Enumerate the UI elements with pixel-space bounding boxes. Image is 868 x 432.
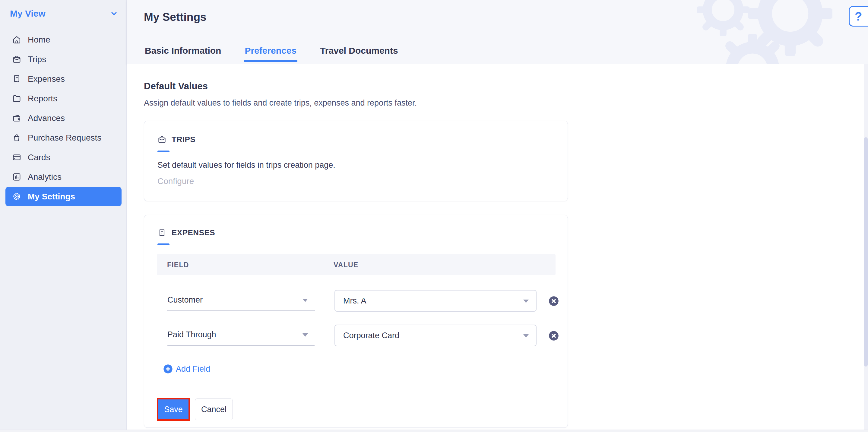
tab-basic-information[interactable]: Basic Information — [144, 41, 222, 62]
settings-tabs: Basic Information Preferences Travel Doc… — [144, 41, 399, 64]
preferences-content: Default Values Assign default values to … — [127, 64, 864, 430]
workspace-label: My View — [10, 8, 45, 19]
shopping-bag-icon — [12, 133, 22, 143]
workspace-selector[interactable]: My View — [10, 7, 119, 21]
wallet-icon — [12, 114, 22, 123]
save-annotation-highlight: Save — [157, 398, 190, 421]
value-select-value: Mrs. A — [335, 296, 367, 306]
add-field-label: Add Field — [176, 364, 210, 374]
sidebar-item-label: Advances — [28, 114, 65, 123]
configure-link[interactable]: Configure — [157, 177, 194, 186]
caret-down-icon — [303, 299, 308, 302]
question-mark-icon: ? — [855, 10, 862, 23]
section-description: Assign default values to fields and crea… — [144, 98, 417, 108]
trips-card-title: TRIPS — [172, 135, 195, 144]
accent-bar — [157, 151, 169, 152]
bar-chart-icon — [12, 172, 22, 182]
add-field-button[interactable]: Add Field — [163, 364, 210, 374]
page-header: My Settings Basic Information Preference… — [127, 0, 868, 64]
briefcase-icon — [12, 55, 22, 64]
caret-down-icon — [523, 334, 529, 338]
expenses-card-title: EXPENSES — [172, 228, 215, 238]
sidebar-item-label: Home — [28, 35, 50, 44]
tab-preferences[interactable]: Preferences — [244, 41, 298, 62]
divider — [157, 387, 556, 388]
caret-down-icon — [303, 333, 308, 337]
value-select-paid-through[interactable]: Corporate Card — [335, 325, 536, 346]
app-root: My View Home Trips Expenses Reports Adva… — [0, 0, 868, 432]
sidebar-divider — [5, 215, 122, 215]
sidebar-item-my-settings[interactable]: My Settings — [5, 187, 122, 206]
receipt-icon — [12, 74, 22, 84]
sidebar-item-cards[interactable]: Cards — [0, 148, 127, 167]
field-select-customer[interactable]: Customer — [167, 289, 315, 311]
bottom-strip — [0, 430, 868, 432]
expenses-card-header: EXPENSES — [157, 228, 215, 238]
plus-circle-icon — [163, 364, 173, 374]
sidebar-item-purchase-requests[interactable]: Purchase Requests — [0, 128, 127, 148]
caret-down-icon — [523, 300, 529, 303]
trips-card: TRIPS Set default values for fields in t… — [144, 121, 568, 201]
home-icon — [12, 35, 22, 44]
sidebar-item-reports[interactable]: Reports — [0, 89, 127, 108]
chevron-down-icon — [110, 9, 119, 18]
sidebar-item-label: Expenses — [28, 74, 65, 84]
folder-icon — [12, 94, 22, 103]
column-header-value: VALUE — [334, 261, 358, 269]
save-button[interactable]: Save — [158, 399, 188, 419]
expenses-card: EXPENSES FIELD VALUE Customer Mrs. A Pai… — [144, 215, 568, 428]
section-title: Default Values — [144, 81, 208, 92]
field-select-value: Customer — [167, 295, 203, 305]
field-select-paid-through[interactable]: Paid Through — [167, 324, 315, 346]
sidebar-item-label: Purchase Requests — [28, 133, 101, 143]
sidebar: My View Home Trips Expenses Reports Adva… — [0, 0, 127, 430]
value-select-value: Corporate Card — [335, 331, 399, 340]
trips-card-description: Set default values for fields in trips c… — [157, 160, 335, 170]
cancel-button[interactable]: Cancel — [195, 399, 233, 420]
sidebar-item-label: My Settings — [28, 192, 75, 202]
scrollbar-track — [864, 64, 868, 430]
sidebar-item-label: Analytics — [28, 172, 62, 182]
help-button[interactable]: ? — [849, 6, 868, 27]
value-select-customer[interactable]: Mrs. A — [335, 290, 536, 312]
table-header: FIELD VALUE — [157, 254, 556, 275]
tab-travel-documents[interactable]: Travel Documents — [319, 41, 399, 62]
sidebar-item-expenses[interactable]: Expenses — [0, 69, 127, 89]
sidebar-item-trips[interactable]: Trips — [0, 50, 127, 69]
briefcase-icon — [157, 135, 166, 144]
credit-card-icon — [12, 153, 22, 162]
sidebar-item-home[interactable]: Home — [0, 30, 127, 50]
accent-bar — [157, 243, 169, 245]
receipt-icon — [157, 228, 166, 238]
scrollbar-thumb[interactable] — [864, 137, 868, 367]
sidebar-item-label: Cards — [28, 153, 50, 162]
remove-row-button[interactable] — [548, 296, 559, 307]
gear-decoration-icon — [718, 34, 787, 64]
sidebar-item-label: Trips — [28, 55, 46, 64]
gear-decoration-icon — [697, 0, 749, 36]
sidebar-item-advances[interactable]: Advances — [0, 108, 127, 128]
field-select-value: Paid Through — [167, 330, 216, 339]
column-header-field: FIELD — [167, 261, 189, 269]
sidebar-item-label: Reports — [28, 94, 57, 103]
trips-card-header: TRIPS — [157, 135, 195, 144]
remove-row-button[interactable] — [548, 330, 559, 341]
gear-icon — [12, 192, 22, 201]
sidebar-nav: Home Trips Expenses Reports Advances Pur… — [0, 30, 127, 206]
sidebar-item-analytics[interactable]: Analytics — [0, 167, 127, 187]
page-title: My Settings — [144, 11, 207, 24]
